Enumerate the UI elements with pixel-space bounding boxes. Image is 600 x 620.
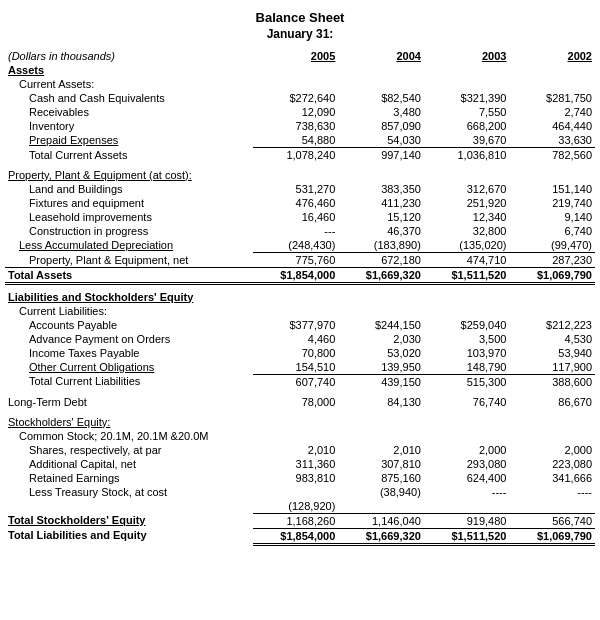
page-subtitle: January 31: <box>5 27 595 41</box>
row-construction: Construction in progress --- 46,370 32,8… <box>5 224 595 238</box>
row-total-current-assets: Total Current Assets 1,078,240 997,140 1… <box>5 148 595 163</box>
row-leasehold: Leasehold improvements 16,460 15,120 12,… <box>5 210 595 224</box>
assets-section-header: Assets <box>5 63 595 77</box>
row-treasury-stock: Less Treasury Stock, at cost (38,940) --… <box>5 485 595 499</box>
row-prepaid: Prepaid Expenses 54,880 54,030 39,670 33… <box>5 133 595 148</box>
header-2002: 2002 <box>509 49 595 63</box>
row-inventory: Inventory 738,630 857,090 668,200 464,44… <box>5 119 595 133</box>
row-receivables: Receivables 12,090 3,480 7,550 2,740 <box>5 105 595 119</box>
row-additional-capital: Additional Capital, net 311,360 307,810 … <box>5 457 595 471</box>
column-headers: (Dollars in thousands) 2005 2004 2003 20… <box>5 49 595 63</box>
row-total-assets: Total Assets $1,854,000 $1,669,320 $1,51… <box>5 268 595 284</box>
row-total-equity: Total Stockholders' Equity 1,168,260 1,1… <box>5 513 595 528</box>
row-land: Land and Buildings 531,270 383,350 312,6… <box>5 182 595 196</box>
row-accounts-payable: Accounts Payable $377,970 $244,150 $259,… <box>5 318 595 332</box>
common-stock-header: Common Stock; 20.1M, 20.1M &20.0M <box>5 429 595 443</box>
row-other-current: Other Current Obligations 154,510 139,95… <box>5 360 595 375</box>
page-title: Balance Sheet <box>5 10 595 25</box>
row-income-taxes: Income Taxes Payable 70,800 53,020 103,9… <box>5 346 595 360</box>
current-liabilities-header: Current Liabilities: <box>5 304 595 318</box>
header-2004: 2004 <box>338 49 424 63</box>
header-2003: 2003 <box>424 49 510 63</box>
row-total-liabilities-equity: Total Liabilities and Equity $1,854,000 … <box>5 528 595 544</box>
row-ppe-net: Property, Plant & Equipment, net 775,760… <box>5 253 595 268</box>
header-2005: 2005 <box>253 49 339 63</box>
row-cash: Cash and Cash Equivalents $272,640 $82,5… <box>5 91 595 105</box>
row-advance-payment: Advance Payment on Orders 4,460 2,030 3,… <box>5 332 595 346</box>
balance-sheet-table: (Dollars in thousands) 2005 2004 2003 20… <box>5 49 595 546</box>
row-fixtures: Fixtures and equipment 476,460 411,230 2… <box>5 196 595 210</box>
row-treasury-stock-2005: (128,920) <box>5 499 595 514</box>
row-accumulated-depreciation: Less Accumulated Depreciation (248,430) … <box>5 238 595 253</box>
ppe-section-header: Property, Plant & Equipment (at cost): <box>5 168 595 182</box>
row-retained-earnings: Retained Earnings 983,810 875,160 624,40… <box>5 471 595 485</box>
current-assets-header: Current Assets: <box>5 77 595 91</box>
header-label: (Dollars in thousands) <box>5 49 253 63</box>
row-shares-at-par: Shares, respectively, at par 2,010 2,010… <box>5 443 595 457</box>
row-long-term-debt: Long-Term Debt 78,000 84,130 76,740 86,6… <box>5 395 595 409</box>
row-total-current-liabilities: Total Current Liabilities 607,740 439,15… <box>5 374 595 389</box>
equity-section-header: Stockholders' Equity: <box>5 415 595 429</box>
liabilities-section-header: Liabilities and Stockholders' Equity <box>5 290 595 304</box>
